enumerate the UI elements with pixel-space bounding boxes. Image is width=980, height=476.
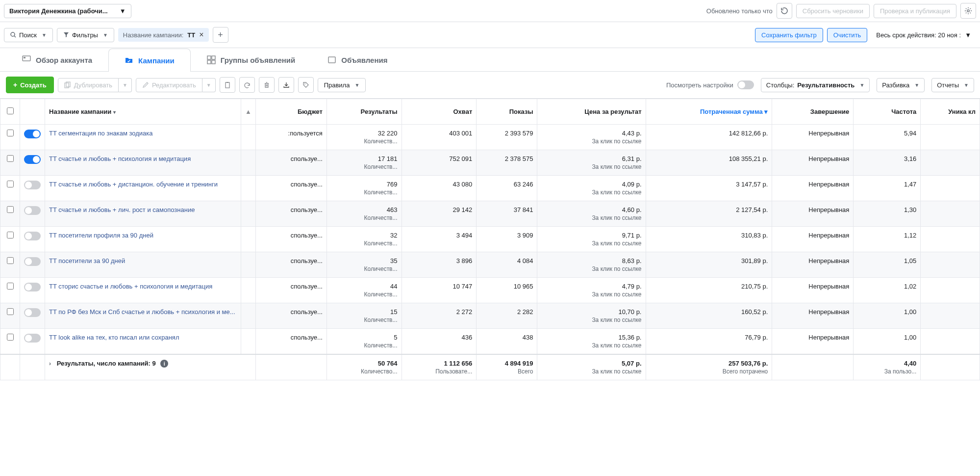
col-budget[interactable]: Бюджет [256,99,327,125]
footer-freq: 4,40 [857,360,916,367]
col-name[interactable]: Название кампании▾ [45,99,241,125]
table-row: TT посетители за 90 днейспользуе...35Кол… [0,252,980,278]
tab-campaigns[interactable]: Кампании [108,49,191,72]
add-filter-button[interactable]: + [213,27,228,43]
campaign-link[interactable]: TT счастье и любовь + психология и медит… [49,155,191,162]
search-button[interactable]: Поиск ▼ [4,28,53,42]
cell-unique [921,278,980,303]
filters-button[interactable]: Фильтры ▼ [57,28,114,42]
select-all-checkbox[interactable] [7,107,14,114]
cell-cpr: 6,31 р.За клик по ссылке [537,150,646,176]
reports-selector[interactable]: Отчеты ▼ [931,78,974,92]
campaign-link[interactable]: TT сторис счастье и любовь + психология … [49,283,212,290]
col-unique[interactable]: Уника кл [921,99,980,125]
col-impressions[interactable]: Показы [477,99,537,125]
row-toggle[interactable] [24,308,41,317]
campaign-link[interactable]: TT look alike на тех, кто писал или сохр… [49,334,179,341]
campaigns-table: Название кампании▾ ▲ Бюджет Результаты О… [0,99,980,380]
info-icon[interactable]: i [160,360,168,368]
settings-button[interactable] [960,3,976,19]
header-row: Название кампании▾ ▲ Бюджет Результаты О… [0,99,980,125]
duplicate-label: Дублировать [74,81,112,89]
duplicate-split: Дублировать ▼ [58,78,132,92]
col-frequency[interactable]: Частота [854,99,921,125]
delete-button[interactable] [259,77,275,93]
export-button[interactable] [278,77,294,93]
col-results[interactable]: Результаты [327,99,402,125]
col-spent[interactable]: Потраченная сумма ▾ [646,99,772,125]
row-toggle[interactable] [24,181,41,189]
col-label: Частота [891,108,916,115]
row-checkbox[interactable] [7,308,14,315]
footer-spent: 257 503,76 р. [650,360,768,367]
refresh-button[interactable] [777,3,792,19]
col-cpr[interactable]: Цена за результат [537,99,646,125]
col-name-label: Название кампании [49,108,111,115]
search-icon [10,32,16,38]
row-checkbox[interactable] [7,232,14,238]
cell-impressions: 10 965 [477,278,537,303]
dashboard-icon [22,55,31,64]
create-button[interactable]: + Создать [6,77,54,93]
row-toggle[interactable] [24,155,41,164]
row-checkbox[interactable] [7,130,14,136]
row-checkbox[interactable] [7,181,14,187]
row-toggle[interactable] [24,334,41,343]
preview-switch[interactable] [737,80,754,89]
col-ends[interactable]: Завершение [772,99,854,125]
svg-rect-11 [226,82,229,88]
svg-rect-8 [328,57,335,63]
row-toggle[interactable] [24,283,41,291]
cell-cpr: 4,60 р.За клик по ссылке [537,201,646,227]
cell-name: TT посетители профиля за 90 дней [45,227,241,252]
campaign-link[interactable]: TT счастье и любовь + лич. рост и самопо… [49,206,195,213]
campaign-link[interactable]: TT по РФ без Мск и Спб счастье и любовь … [49,308,235,316]
account-selector[interactable]: Виктория Денежкина (рабочи... ▼ [4,4,131,18]
cell-reach: 10 747 [402,278,477,303]
row-checkbox[interactable] [7,206,14,213]
campaign-link[interactable]: TT посетители за 90 дней [49,257,125,264]
rules-button[interactable]: Правила ▼ [318,78,366,92]
clipboard-button[interactable] [220,77,235,93]
filter-chip[interactable]: Название кампании: TT × [118,28,209,42]
cell-results: 35Количеств... [327,252,402,278]
refresh-icon [780,7,788,15]
tab-adsets[interactable]: Группы объявлений [191,48,311,71]
cell-reach: 29 142 [402,201,477,227]
campaign-link[interactable]: TT сегментация по знакам зодиака [49,130,153,137]
top-bar: Виктория Денежкина (рабочи... ▼ Обновлен… [0,0,980,22]
columns-selector[interactable]: Столбцы: Результативность ▼ [761,78,870,92]
row-toggle[interactable] [24,232,41,240]
chevron-down-icon: ▼ [123,82,127,88]
cell-cpr: 10,70 р.За клик по ссылке [537,303,646,329]
row-checkbox[interactable] [7,283,14,290]
chevron-right-icon[interactable]: › [49,360,51,367]
sort-desc-icon: ▾ [764,108,768,115]
col-reach[interactable]: Охват [402,99,477,125]
svg-rect-7 [212,60,215,64]
row-toggle[interactable] [24,257,41,266]
row-toggle[interactable] [24,130,41,138]
chevron-down-icon: ▼ [103,32,108,38]
campaign-link[interactable]: TT счастье и любовь + дистанцион. обучен… [49,181,218,188]
campaign-link[interactable]: TT посетители профиля за 90 дней [49,232,153,239]
cell-impressions: 2 282 [477,303,537,329]
tag-button[interactable] [298,77,314,93]
breakdown-selector[interactable]: Разбивка ▼ [877,78,925,92]
save-filter-button[interactable]: Сохранить фильтр [755,28,823,42]
daterange-selector[interactable]: Весь срок действия: 20 ноя : ▼ [871,28,976,42]
cell-unique [921,150,980,176]
clear-filter-button[interactable]: Очистить [827,28,868,42]
tab-ads[interactable]: Объявления [311,48,403,71]
cell-freq: 1,00 [854,303,921,329]
row-checkbox[interactable] [7,334,14,341]
preview-toggle[interactable]: Посмотреть настройки [666,80,754,89]
revert-button[interactable] [239,77,255,93]
table-scroll[interactable]: Название кампании▾ ▲ Бюджет Результаты О… [0,99,980,380]
row-toggle[interactable] [24,206,41,215]
row-checkbox[interactable] [7,155,14,162]
account-name: Виктория Денежкина (рабочи... [9,7,108,15]
row-checkbox[interactable] [7,257,14,264]
close-icon[interactable]: × [199,31,203,39]
tab-overview[interactable]: Обзор аккаунта [6,48,108,71]
